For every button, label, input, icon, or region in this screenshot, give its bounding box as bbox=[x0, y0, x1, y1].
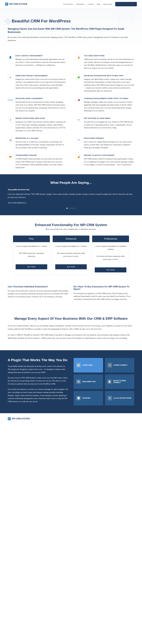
feature-6: ⬇ IMPORT EVERYTHING WITH EASE Setting up… bbox=[8, 117, 66, 132]
carousel-dots bbox=[8, 208, 134, 209]
hero: A Beautiful CRM For WordPress Managing C… bbox=[0, 8, 142, 50]
integration-2[interactable]: ✉ MAILCHIMP SYNC bbox=[74, 374, 103, 389]
feature-title-4: INVOICING MADE CONVENIENT bbox=[16, 98, 66, 100]
feature-icon-1: 🔓 bbox=[76, 55, 81, 60]
feature-title-9: DEVELOPER FRIENDLY bbox=[84, 137, 134, 139]
feature-body-1: CRM just got more convenient with all of… bbox=[84, 58, 134, 70]
hero-body: Put an end to the confusing information … bbox=[8, 36, 134, 42]
nav-cta-button[interactable]: GET WP-CRM SYSTEM bbox=[115, 2, 137, 6]
nav-links: Try the Demo Extensions Contact Blog My … bbox=[63, 2, 137, 6]
feature-body-8: You never have to wonder how your busine… bbox=[16, 140, 66, 149]
plan-buy-2[interactable]: BUY NOW bbox=[95, 268, 126, 272]
feature-body-3: Integrate your MailChimp account. Captur… bbox=[84, 78, 134, 92]
integration-label-0: CLIENT AREA bbox=[82, 364, 93, 366]
feature-icon-8: 📊 bbox=[8, 137, 13, 142]
faq-a-1: No extensions are required to use WP-CRM… bbox=[74, 292, 134, 301]
works-text: A Plugin That Works The Way You Do You p… bbox=[8, 358, 68, 406]
plan-line1-1: 1 year of support and updates for 1 webs… bbox=[55, 245, 87, 248]
plans-grid: Plus 1 year of support and updates for 1… bbox=[13, 236, 129, 275]
integration-3[interactable]: 📋 GRAVITY FORMS CONNECT bbox=[105, 374, 134, 389]
footer-logo[interactable]: WP-CRM SYSTEM bbox=[8, 417, 134, 420]
feature-icon-10: 💳 bbox=[8, 154, 13, 160]
nav-contact[interactable]: Contact bbox=[88, 3, 94, 5]
feature-10: 💳 TRANSPARENT PRICING A CRM shouldn't ni… bbox=[8, 154, 66, 169]
feature-icon-2: ➡ bbox=[8, 75, 13, 80]
integration-0[interactable]: 📁 CLIENT AREA bbox=[74, 358, 103, 372]
feature-2: ➡ SIMPLIFIED PROJECT MANAGEMENT Imagine … bbox=[8, 75, 66, 92]
feature-7: ✉ GET NOTIFIED IN YOUR INBOX You don't h… bbox=[76, 117, 134, 132]
feature-title-8: REPORTING AT A GLANCE bbox=[16, 137, 66, 139]
dot-5[interactable] bbox=[75, 208, 76, 209]
testimonial-sub: Top quality business tool bbox=[8, 188, 134, 190]
integration-4[interactable]: 🧾 INVOICING bbox=[74, 391, 103, 406]
nav-account[interactable]: My Account bbox=[103, 3, 112, 5]
footer-brand: WP-CRM SYSTEM bbox=[12, 418, 30, 420]
plan-buy-1[interactable]: BUY NOW bbox=[55, 264, 87, 269]
integration-icon-4: 🧾 bbox=[76, 396, 81, 400]
plan-line1-0: 1 year of support and updates for 1 webs… bbox=[16, 245, 47, 248]
feature-title-7: GET NOTIFIED IN YOUR INBOX bbox=[84, 117, 134, 119]
feature-11: 💰 PRICING TO MATCH YOUR BUDGET WP-CRM Sy… bbox=[76, 154, 134, 169]
feature-title-2: SIMPLIFIED PROJECT MANAGEMENT bbox=[16, 75, 66, 77]
integration-label-5: SLACK NOTIFICATIONS bbox=[114, 397, 131, 399]
feature-icon-4: stripe bbox=[8, 98, 13, 103]
plan-0: Plus 1 year of support and updates for 1… bbox=[13, 236, 50, 275]
plan-line1-2: 1 year of support and updates for unlimi… bbox=[95, 245, 126, 251]
integration-icon-0: 📁 bbox=[76, 363, 81, 368]
integration-label-2: MAILCHIMP SYNC bbox=[82, 381, 96, 382]
feature-body-4: Send beautiful invoices and get paid via… bbox=[16, 101, 66, 112]
feature-title-5: CAMPAIGN MANAGEMENT FROM START TO FINISH bbox=[84, 98, 134, 100]
feature-icon-5: 📣 bbox=[76, 98, 81, 103]
works-p1: You probably already use third party too… bbox=[8, 365, 68, 374]
plan-line2-0: WP-CRM System plus 3 premium extensions bbox=[16, 252, 47, 258]
feature-title-3: SEAMLESS INTEGRATION WITH OTHER APPS bbox=[84, 75, 134, 77]
nav-extensions[interactable]: Extensions bbox=[76, 3, 85, 5]
integration-icon-2: ✉ bbox=[76, 379, 81, 384]
feature-icon-9: ⚙ bbox=[76, 137, 81, 142]
integration-1[interactable]: ⚡ ZAPIER CONNECT bbox=[105, 358, 134, 372]
plan-name-1: Enhanced bbox=[53, 236, 89, 242]
feature-icon-0: 👤 bbox=[8, 55, 13, 60]
feature-title-10: TRANSPARENT PRICING bbox=[16, 154, 66, 156]
works-section: A Plugin That Works The Way You Do You p… bbox=[0, 350, 142, 413]
feature-title-11: PRICING TO MATCH YOUR BUDGET bbox=[84, 154, 134, 156]
faq-q-1: Do I Have To Buy Extensions For WP-CRM S… bbox=[74, 286, 134, 290]
features-grid: 👤 EASY CONTACT MANAGEMENT Manage your cl… bbox=[0, 50, 142, 174]
feature-icon-11: 💰 bbox=[76, 154, 81, 160]
hero-title: A Beautiful CRM For WordPress bbox=[8, 19, 134, 24]
testimonial-body: I am very impressed with the "WP CRM Sys… bbox=[8, 192, 134, 199]
manage-section: Manage Every Aspect Of Your Business Wit… bbox=[0, 308, 142, 350]
feature-body-7: You don't have to be logged into your we… bbox=[84, 120, 134, 129]
faq-item-1: Do I Have To Buy Extensions For WP-CRM S… bbox=[74, 286, 134, 301]
feature-body-10: A CRM shouldn't nickle and dime you ever… bbox=[16, 158, 66, 169]
hero-subtitle: Managing Clients Just Got Easier With WP… bbox=[8, 27, 134, 34]
integration-label-1: ZAPIER CONNECT bbox=[114, 364, 127, 366]
nav-demo[interactable]: Try the Demo bbox=[63, 3, 73, 5]
dot-4[interactable] bbox=[73, 208, 74, 209]
feature-title-0: EASY CONTACT MANAGEMENT bbox=[16, 55, 66, 57]
feature-icon-3: 🧩 bbox=[76, 75, 81, 80]
feature-body-6: Setting up your CRM is fast and easy wit… bbox=[16, 120, 66, 132]
feature-body-5: Manage campaigns within your website. Ge… bbox=[84, 101, 134, 112]
plan-buy-0[interactable]: BUY NOW bbox=[16, 264, 47, 269]
plan-name-2: Professional bbox=[92, 236, 129, 242]
plans-sub: Boost your productivity with a bundled p… bbox=[8, 228, 134, 230]
nav-blog[interactable]: Blog bbox=[97, 3, 100, 5]
plan-line2-2: All current and future extensions while … bbox=[95, 255, 126, 261]
feature-title-6: IMPORT EVERYTHING WITH EASE bbox=[16, 117, 66, 119]
feature-8: 📊 REPORTING AT A GLANCE You never have t… bbox=[8, 137, 66, 149]
feature-body-0: Manage your client information and poten… bbox=[16, 58, 66, 66]
dot-3[interactable] bbox=[70, 208, 72, 209]
feature-0: 👤 EASY CONTACT MANAGEMENT Manage your cl… bbox=[8, 55, 66, 70]
logo[interactable]: WP-CRM SYSTEM bbox=[5, 2, 27, 6]
manage-p2: So what is CRM for WordPress software? W… bbox=[8, 333, 134, 340]
dot-1[interactable] bbox=[66, 208, 67, 209]
brand-text: WP-CRM SYSTEM bbox=[9, 3, 27, 5]
integration-5[interactable]: # SLACK NOTIFICATIONS bbox=[105, 391, 134, 406]
feature-1: 🔓 YOU OWN EVERYTHING CRM just got more c… bbox=[76, 55, 134, 70]
feature-5: 📣 CAMPAIGN MANAGEMENT FROM START TO FINI… bbox=[76, 98, 134, 112]
dot-2[interactable] bbox=[68, 208, 69, 209]
works-p3: If you need extra features, we invite yo… bbox=[8, 388, 68, 403]
feature-3: 🧩 SEAMLESS INTEGRATION WITH OTHER APPS I… bbox=[76, 75, 134, 92]
integrations-grid: 📁 CLIENT AREA ⚡ ZAPIER CONNECT ✉ MAILCHI… bbox=[74, 358, 134, 406]
